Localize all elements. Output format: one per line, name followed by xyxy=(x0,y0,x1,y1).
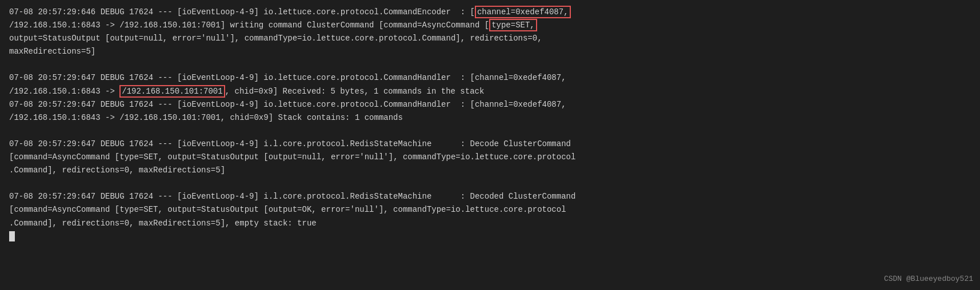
cursor xyxy=(9,231,15,241)
highlight-type-set: type=SET, xyxy=(489,19,537,31)
log-line-14: .Command], redirections=0, maxRedirectio… xyxy=(9,217,971,230)
log-line-2: /192.168.150.1:6843 -> /192.168.150.101:… xyxy=(9,19,971,32)
log-line-9: 07-08 20:57:29:647 DEBUG 17624 --- [ioEv… xyxy=(9,138,971,151)
highlight-channel: channel=0xedef4087, xyxy=(475,6,571,18)
commands-text: commands xyxy=(383,87,422,96)
log-line-7: 07-08 20:57:29:647 DEBUG 17624 --- [ioEv… xyxy=(9,98,971,111)
log-line-6: /192.168.150.1:6843 -> /192.168.150.101:… xyxy=(9,85,971,98)
log-line-8: /192.168.150.1:6843 -> /192.168.150.101:… xyxy=(9,111,971,124)
highlight-ip-port: /192.168.150.101:7001 xyxy=(119,85,225,98)
blank-line-3 xyxy=(9,177,971,190)
log-container: 07-08 20:57:29:646 DEBUG 17624 --- [ioEv… xyxy=(0,0,980,290)
log-line-12: 07-08 20:57:29:647 DEBUG 17624 --- [ioEv… xyxy=(9,190,971,203)
log-line-10: [command=AsyncCommand [type=SET, output=… xyxy=(9,151,971,164)
blank-line-1 xyxy=(9,58,971,71)
blank-line-2 xyxy=(9,124,971,138)
log-line-5: 07-08 20:57:29:647 DEBUG 17624 --- [ioEv… xyxy=(9,71,971,84)
log-line-4: maxRedirections=5] xyxy=(9,45,971,58)
log-line-11: .Command], redirections=0, maxRedirectio… xyxy=(9,164,971,177)
commands-stack-text: commands xyxy=(365,113,403,122)
watermark: CSDN @Blueeyedboy521 xyxy=(884,273,973,285)
log-line-1: 07-08 20:57:29:646 DEBUG 17624 --- [ioEv… xyxy=(9,6,971,19)
cursor-line xyxy=(9,230,971,243)
log-line-13: [command=AsyncCommand [type=SET, output=… xyxy=(9,203,971,216)
log-line-3: output=StatusOutput [output=null, error=… xyxy=(9,32,971,45)
